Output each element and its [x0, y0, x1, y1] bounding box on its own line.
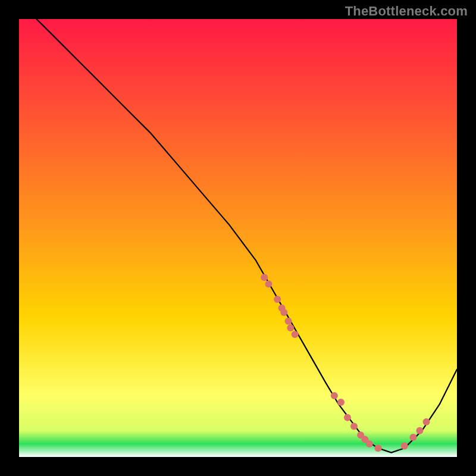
sample-point	[344, 414, 351, 421]
sample-point	[366, 440, 373, 447]
sample-point	[350, 423, 358, 430]
sample-point	[265, 280, 273, 287]
plot-gradient	[19, 19, 457, 457]
watermark-label: TheBottleneck.com	[345, 4, 468, 19]
sample-point	[274, 296, 281, 303]
sample-point	[285, 318, 292, 325]
sample-point	[280, 309, 287, 316]
sample-point	[337, 399, 345, 406]
sample-point	[261, 274, 268, 281]
sample-point	[375, 444, 382, 452]
sample-point	[287, 324, 294, 331]
sample-point	[416, 427, 423, 434]
sample-point	[409, 434, 416, 441]
chart-frame: TheBottleneck.com	[0, 0, 476, 476]
sample-point	[292, 331, 299, 338]
sample-point	[401, 443, 408, 450]
sample-point	[423, 418, 430, 425]
bottleneck-chart	[0, 0, 476, 476]
sample-point	[331, 392, 338, 399]
